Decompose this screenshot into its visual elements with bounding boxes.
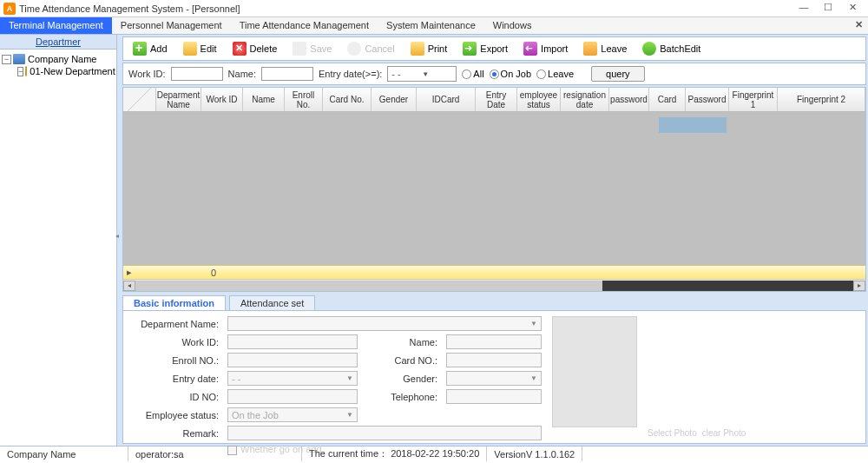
nav-next-icon[interactable]: ▸ [123, 267, 135, 278]
print-button[interactable]: Print [404, 39, 454, 58]
tree-item-department[interactable]: − 01-New Department [17, 65, 115, 77]
col-card[interactable]: Card [649, 88, 686, 111]
chevron-down-icon: ▼ [422, 70, 452, 78]
edit-button[interactable]: Edit [177, 39, 223, 58]
maximize-button[interactable]: ☐ [816, 2, 840, 16]
tree-root-company[interactable]: − Company Name [2, 53, 115, 65]
grid-body [123, 112, 865, 265]
chevron-down-icon: ▼ [530, 374, 537, 382]
col-name[interactable]: Name [243, 88, 285, 111]
col-password[interactable]: password [609, 88, 649, 111]
card-field[interactable] [446, 353, 542, 367]
status-operator: operator:sa [128, 446, 302, 461]
sidebar-header[interactable]: Departmer [0, 35, 116, 50]
col-workid[interactable]: Work ID [201, 88, 243, 111]
app-icon: A [3, 3, 16, 15]
tab-time-attendance[interactable]: Time Attendance Management [231, 17, 378, 34]
batch-edit-button[interactable]: BatchEdit [636, 39, 707, 58]
splitter[interactable] [117, 35, 121, 446]
tab-system-maintenance[interactable]: System Maintenance [378, 17, 484, 34]
entry-date-picker[interactable]: - -▼ [387, 66, 457, 82]
radio-icon [490, 69, 499, 79]
title-bar: A Time Attendance Management System - [P… [0, 0, 868, 17]
tab-basic-info[interactable]: Basic information [122, 295, 226, 310]
status-company: Company Name [0, 446, 128, 461]
company-icon [13, 54, 25, 64]
tab-terminal-management[interactable]: Terminal Management [0, 17, 112, 34]
lbl-department: Deparment Name: [127, 316, 222, 334]
scroll-thumb[interactable] [135, 281, 602, 291]
lbl-tel: Telephone: [363, 389, 441, 407]
col-empstatus[interactable]: employee status [517, 88, 561, 111]
tree-toggle-icon[interactable]: − [17, 67, 23, 76]
empstatus-select[interactable]: On the Job▼ [227, 407, 358, 422]
batch-icon [642, 42, 656, 56]
name-label: Name: [228, 69, 256, 79]
enroll-field[interactable] [227, 353, 358, 367]
tab-personnel-management[interactable]: Personnel Management [112, 17, 231, 34]
tab-windows[interactable]: Windows [484, 17, 541, 34]
col-cardno[interactable]: Card No. [323, 88, 372, 111]
col-password2[interactable]: Password [686, 88, 729, 111]
leave-button[interactable]: Leave [577, 39, 633, 58]
delete-button[interactable]: Delete [227, 39, 284, 58]
tab-attendance-set[interactable]: Attendance set [229, 295, 315, 310]
radio-on-job[interactable]: On Job [490, 69, 531, 79]
lbl-workid: Work ID: [127, 334, 222, 352]
col-fp2[interactable]: Fingerprint 2 [778, 88, 865, 111]
detail-form: Deparment Name: ▼ Work ID: Name: Enroll … [127, 316, 542, 438]
lbl-remark: Remark: [127, 426, 222, 443]
entry-date-field[interactable]: - -▼ [227, 371, 358, 386]
lbl-card: Card NO.: [363, 353, 441, 370]
department-select[interactable]: ▼ [227, 316, 542, 331]
col-entrydate[interactable]: Entry Date [476, 88, 517, 111]
grid-header: Deparment Name Work ID Name Enroll No. C… [123, 88, 865, 112]
department-tree: − Company Name − 01-New Department [0, 50, 116, 81]
gender-select[interactable]: ▼ [446, 371, 542, 386]
close-document-button[interactable]: ✕ [855, 19, 863, 30]
remark-field[interactable] [227, 426, 542, 440]
status-bar: Company Name operator:sa The current tim… [0, 446, 868, 461]
col-gender[interactable]: Gender [372, 88, 417, 111]
pencil-icon [183, 42, 197, 56]
department-sidebar: Departmer − Company Name − 01-New Depart… [0, 35, 117, 446]
col-department[interactable]: Deparment Name [156, 88, 201, 111]
idno-field[interactable] [227, 389, 358, 404]
add-button[interactable]: Add [127, 39, 174, 58]
scroll-track[interactable] [135, 281, 853, 291]
col-enroll[interactable]: Enroll No. [285, 88, 323, 111]
select-photo-button[interactable]: Select Photo [648, 428, 697, 438]
query-button[interactable]: query [591, 66, 645, 82]
cancel-icon [347, 42, 361, 56]
tel-field[interactable] [446, 389, 542, 404]
chevron-down-icon: ▼ [346, 374, 353, 382]
radio-all[interactable]: All [462, 69, 483, 79]
chevron-down-icon: ▼ [530, 320, 537, 327]
workid-input[interactable] [171, 67, 223, 81]
export-button[interactable]: Export [457, 39, 514, 58]
tree-toggle-icon[interactable]: − [2, 55, 11, 64]
import-icon [523, 42, 537, 56]
name-field[interactable] [446, 334, 542, 349]
minimize-button[interactable]: — [792, 2, 816, 16]
window-title: Time Attendance Management System - [Per… [19, 3, 792, 14]
name-input[interactable] [261, 67, 313, 81]
col-idcard[interactable]: IDCard [417, 88, 476, 111]
status-time: The current time： 2018-02-22 19:50:20 [302, 446, 487, 461]
clear-photo-button[interactable]: clear Photo [702, 428, 746, 438]
lbl-enroll: Enroll NO.: [127, 353, 222, 370]
save-icon [293, 42, 306, 56]
menu-bar: Terminal Management Personnel Management… [0, 17, 868, 35]
close-button[interactable]: ✕ [840, 2, 865, 16]
col-resigndate[interactable]: resignation date [561, 88, 609, 111]
import-button[interactable]: Import [517, 39, 574, 58]
scroll-right-icon[interactable]: ▸ [853, 281, 865, 291]
grid-watermark [659, 117, 727, 133]
workid-field[interactable] [227, 334, 358, 349]
radio-leave[interactable]: Leave [536, 69, 574, 79]
grid-hscrollbar[interactable]: ◂ ▸ [123, 279, 865, 291]
scroll-left-icon[interactable]: ◂ [123, 281, 135, 291]
col-fp1[interactable]: Fingerprint 1 [729, 88, 778, 111]
chevron-down-icon: ▼ [346, 411, 353, 419]
lbl-gender: Gender: [363, 371, 441, 388]
